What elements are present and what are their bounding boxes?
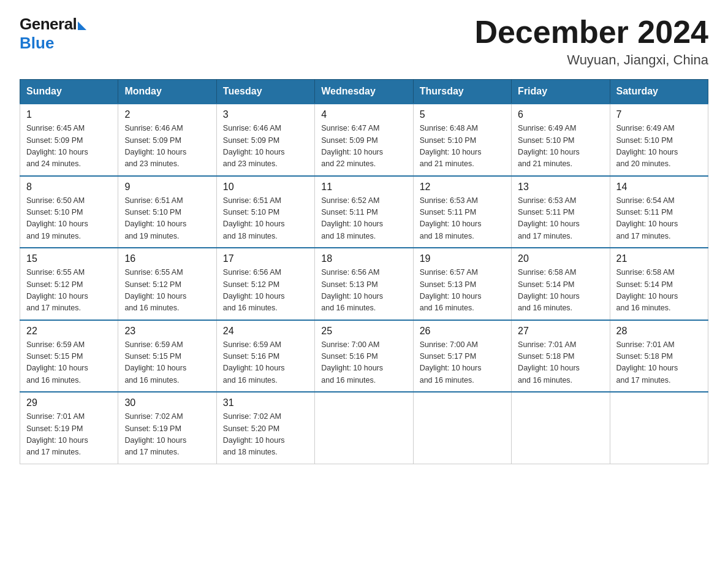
day-cell: 9 Sunrise: 6:51 AM Sunset: 5:10 PM Dayli… — [118, 176, 216, 248]
day-number: 5 — [420, 109, 505, 120]
day-info: Sunrise: 7:02 AM Sunset: 5:20 PM Dayligh… — [223, 411, 308, 459]
day-cell: 27 Sunrise: 7:01 AM Sunset: 5:18 PM Dayl… — [512, 320, 610, 393]
calendar-title: December 2024 — [474, 15, 708, 50]
day-cell: 29 Sunrise: 7:01 AM Sunset: 5:19 PM Dayl… — [20, 392, 118, 464]
day-number: 12 — [420, 182, 505, 193]
day-cell: 15 Sunrise: 6:55 AM Sunset: 5:12 PM Dayl… — [20, 248, 118, 320]
day-cell: 7 Sunrise: 6:49 AM Sunset: 5:10 PM Dayli… — [610, 104, 708, 176]
day-info: Sunrise: 6:58 AM Sunset: 5:14 PM Dayligh… — [518, 267, 603, 315]
day-number: 15 — [26, 253, 112, 264]
day-info: Sunrise: 6:45 AM Sunset: 5:09 PM Dayligh… — [26, 123, 112, 170]
day-info: Sunrise: 6:52 AM Sunset: 5:11 PM Dayligh… — [321, 195, 406, 243]
day-cell: 5 Sunrise: 6:48 AM Sunset: 5:10 PM Dayli… — [413, 104, 511, 176]
day-number: 23 — [124, 326, 210, 337]
day-info: Sunrise: 7:01 AM Sunset: 5:18 PM Dayligh… — [518, 339, 603, 387]
week-row-3: 15 Sunrise: 6:55 AM Sunset: 5:12 PM Dayl… — [20, 248, 708, 320]
title-section: December 2024 Wuyuan, Jiangxi, China — [474, 15, 708, 68]
day-cell: 12 Sunrise: 6:53 AM Sunset: 5:11 PM Dayl… — [413, 176, 511, 248]
day-cell: 30 Sunrise: 7:02 AM Sunset: 5:19 PM Dayl… — [118, 392, 216, 464]
logo-general-text: General — [20, 15, 77, 34]
day-number: 27 — [518, 326, 603, 337]
day-info: Sunrise: 6:48 AM Sunset: 5:10 PM Dayligh… — [420, 123, 505, 170]
day-cell: 18 Sunrise: 6:56 AM Sunset: 5:13 PM Dayl… — [315, 248, 413, 320]
week-row-4: 22 Sunrise: 6:59 AM Sunset: 5:15 PM Dayl… — [20, 320, 708, 393]
day-info: Sunrise: 6:53 AM Sunset: 5:11 PM Dayligh… — [518, 195, 603, 243]
week-row-2: 8 Sunrise: 6:50 AM Sunset: 5:10 PM Dayli… — [20, 176, 708, 248]
day-number: 19 — [420, 253, 505, 264]
day-cell — [512, 392, 610, 464]
header-cell-tuesday: Tuesday — [216, 80, 314, 104]
day-cell: 4 Sunrise: 6:47 AM Sunset: 5:09 PM Dayli… — [315, 104, 413, 176]
day-cell: 17 Sunrise: 6:56 AM Sunset: 5:12 PM Dayl… — [216, 248, 314, 320]
day-info: Sunrise: 7:01 AM Sunset: 5:18 PM Dayligh… — [616, 339, 702, 387]
day-info: Sunrise: 6:57 AM Sunset: 5:13 PM Dayligh… — [420, 267, 505, 315]
day-info: Sunrise: 6:55 AM Sunset: 5:12 PM Dayligh… — [124, 267, 210, 315]
logo-arrow-icon — [78, 21, 86, 30]
day-number: 30 — [124, 397, 210, 408]
day-number: 2 — [124, 109, 210, 120]
day-number: 17 — [223, 253, 308, 264]
header-cell-wednesday: Wednesday — [315, 80, 413, 104]
day-info: Sunrise: 6:46 AM Sunset: 5:09 PM Dayligh… — [223, 123, 308, 170]
day-info: Sunrise: 6:55 AM Sunset: 5:12 PM Dayligh… — [26, 267, 112, 315]
day-cell: 20 Sunrise: 6:58 AM Sunset: 5:14 PM Dayl… — [512, 248, 610, 320]
day-info: Sunrise: 6:58 AM Sunset: 5:14 PM Dayligh… — [616, 267, 702, 315]
day-cell — [315, 392, 413, 464]
day-info: Sunrise: 6:59 AM Sunset: 5:15 PM Dayligh… — [124, 339, 210, 387]
day-cell: 8 Sunrise: 6:50 AM Sunset: 5:10 PM Dayli… — [20, 176, 118, 248]
day-info: Sunrise: 6:59 AM Sunset: 5:15 PM Dayligh… — [26, 339, 112, 387]
header-cell-sunday: Sunday — [20, 80, 118, 104]
day-info: Sunrise: 6:51 AM Sunset: 5:10 PM Dayligh… — [124, 195, 210, 243]
day-cell: 21 Sunrise: 6:58 AM Sunset: 5:14 PM Dayl… — [610, 248, 708, 320]
logo: General Blue — [20, 15, 86, 53]
day-number: 11 — [321, 182, 406, 193]
header-row: SundayMondayTuesdayWednesdayThursdayFrid… — [20, 80, 708, 104]
day-info: Sunrise: 6:49 AM Sunset: 5:10 PM Dayligh… — [518, 123, 603, 170]
day-number: 4 — [321, 109, 406, 120]
day-number: 8 — [26, 182, 112, 193]
day-cell: 6 Sunrise: 6:49 AM Sunset: 5:10 PM Dayli… — [512, 104, 610, 176]
day-number: 26 — [420, 326, 505, 337]
day-info: Sunrise: 6:49 AM Sunset: 5:10 PM Dayligh… — [616, 123, 702, 170]
week-row-1: 1 Sunrise: 6:45 AM Sunset: 5:09 PM Dayli… — [20, 104, 708, 176]
header-cell-saturday: Saturday — [610, 80, 708, 104]
day-info: Sunrise: 7:00 AM Sunset: 5:16 PM Dayligh… — [321, 339, 406, 387]
day-number: 22 — [26, 326, 112, 337]
calendar-subtitle: Wuyuan, Jiangxi, China — [474, 52, 708, 68]
day-cell: 25 Sunrise: 7:00 AM Sunset: 5:16 PM Dayl… — [315, 320, 413, 393]
day-info: Sunrise: 6:51 AM Sunset: 5:10 PM Dayligh… — [223, 195, 308, 243]
day-number: 16 — [124, 253, 210, 264]
day-number: 24 — [223, 326, 308, 337]
page-header: General Blue December 2024 Wuyuan, Jiang… — [20, 15, 708, 68]
header-cell-monday: Monday — [118, 80, 216, 104]
week-row-5: 29 Sunrise: 7:01 AM Sunset: 5:19 PM Dayl… — [20, 392, 708, 464]
day-cell: 16 Sunrise: 6:55 AM Sunset: 5:12 PM Dayl… — [118, 248, 216, 320]
day-number: 7 — [616, 109, 702, 120]
day-cell: 28 Sunrise: 7:01 AM Sunset: 5:18 PM Dayl… — [610, 320, 708, 393]
day-number: 20 — [518, 253, 603, 264]
day-number: 1 — [26, 109, 112, 120]
logo-blue-text: Blue — [20, 34, 54, 53]
day-cell: 24 Sunrise: 6:59 AM Sunset: 5:16 PM Dayl… — [216, 320, 314, 393]
day-number: 14 — [616, 182, 702, 193]
day-info: Sunrise: 7:00 AM Sunset: 5:17 PM Dayligh… — [420, 339, 505, 387]
day-number: 29 — [26, 397, 112, 408]
day-cell: 10 Sunrise: 6:51 AM Sunset: 5:10 PM Dayl… — [216, 176, 314, 248]
day-number: 3 — [223, 109, 308, 120]
day-number: 6 — [518, 109, 603, 120]
day-cell: 11 Sunrise: 6:52 AM Sunset: 5:11 PM Dayl… — [315, 176, 413, 248]
day-cell: 23 Sunrise: 6:59 AM Sunset: 5:15 PM Dayl… — [118, 320, 216, 393]
day-cell: 13 Sunrise: 6:53 AM Sunset: 5:11 PM Dayl… — [512, 176, 610, 248]
day-cell: 19 Sunrise: 6:57 AM Sunset: 5:13 PM Dayl… — [413, 248, 511, 320]
day-number: 25 — [321, 326, 406, 337]
day-number: 10 — [223, 182, 308, 193]
day-info: Sunrise: 6:56 AM Sunset: 5:12 PM Dayligh… — [223, 267, 308, 315]
day-info: Sunrise: 6:50 AM Sunset: 5:10 PM Dayligh… — [26, 195, 112, 243]
day-cell: 1 Sunrise: 6:45 AM Sunset: 5:09 PM Dayli… — [20, 104, 118, 176]
day-cell: 3 Sunrise: 6:46 AM Sunset: 5:09 PM Dayli… — [216, 104, 314, 176]
day-number: 9 — [124, 182, 210, 193]
day-cell: 22 Sunrise: 6:59 AM Sunset: 5:15 PM Dayl… — [20, 320, 118, 393]
day-number: 31 — [223, 397, 308, 408]
day-info: Sunrise: 7:01 AM Sunset: 5:19 PM Dayligh… — [26, 411, 112, 459]
day-info: Sunrise: 6:59 AM Sunset: 5:16 PM Dayligh… — [223, 339, 308, 387]
